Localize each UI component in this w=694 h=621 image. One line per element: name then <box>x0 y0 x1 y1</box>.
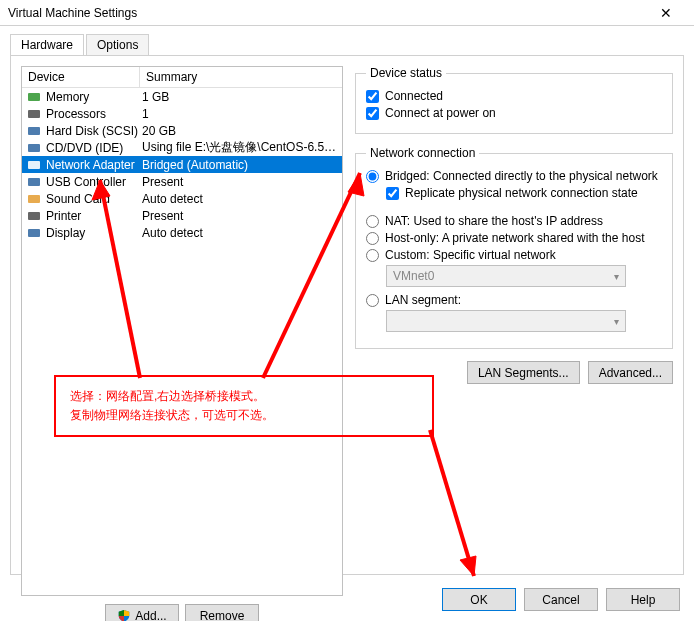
left-pane: Device Summary Memory1 GBProcessors1Hard… <box>21 66 343 564</box>
usb-icon <box>26 175 42 189</box>
connect-at-poweron-input[interactable] <box>366 107 379 120</box>
svg-rect-1 <box>28 110 40 118</box>
svg-rect-6 <box>28 195 40 203</box>
close-icon[interactable]: ✕ <box>646 5 686 21</box>
device-row-cpu[interactable]: Processors1 <box>22 105 342 122</box>
svg-rect-8 <box>28 229 40 237</box>
ok-button[interactable]: OK <box>442 588 516 611</box>
dialog-buttons: OK Cancel Help <box>442 588 680 611</box>
cd-icon <box>26 141 42 155</box>
device-name: Display <box>46 226 142 240</box>
device-name: CD/DVD (IDE) <box>46 141 142 155</box>
device-name: Printer <box>46 209 142 223</box>
lan-segment-dropdown: ▾ <box>386 310 626 332</box>
titlebar: Virtual Machine Settings ✕ <box>0 0 694 26</box>
device-name: Processors <box>46 107 142 121</box>
net-icon <box>26 158 42 172</box>
tab-strip: Hardware Options <box>10 34 684 55</box>
svg-rect-3 <box>28 144 40 152</box>
sound-icon <box>26 192 42 206</box>
device-status-group: Device status Connected Connect at power… <box>355 66 673 134</box>
device-row-net[interactable]: Network AdapterBridged (Automatic) <box>22 156 342 173</box>
device-name: USB Controller <box>46 175 142 189</box>
device-name: Sound Card <box>46 192 142 206</box>
device-name: Hard Disk (SCSI) <box>46 124 142 138</box>
header-summary[interactable]: Summary <box>140 67 342 87</box>
tab-panel: Device Summary Memory1 GBProcessors1Hard… <box>10 55 684 575</box>
replicate-checkbox-input[interactable] <box>386 187 399 200</box>
device-row-printer[interactable]: PrinterPresent <box>22 207 342 224</box>
device-summary: Present <box>142 209 338 223</box>
header-device[interactable]: Device <box>22 67 140 87</box>
device-status-legend: Device status <box>366 66 446 80</box>
device-summary: 1 <box>142 107 338 121</box>
custom-radio-input[interactable] <box>366 249 379 262</box>
tab-options[interactable]: Options <box>86 34 149 55</box>
svg-rect-4 <box>28 161 40 169</box>
display-icon <box>26 226 42 240</box>
hdd-icon <box>26 124 42 138</box>
svg-rect-7 <box>28 212 40 220</box>
device-summary: Using file E:\光盘镜像\CentOS-6.5-... <box>142 139 338 156</box>
lan-segment-radio-input[interactable] <box>366 294 379 307</box>
uac-shield-icon <box>117 609 131 622</box>
tab-hardware[interactable]: Hardware <box>10 34 84 55</box>
device-row-display[interactable]: DisplayAuto detect <box>22 224 342 241</box>
connected-checkbox-input[interactable] <box>366 90 379 103</box>
cpu-icon <box>26 107 42 121</box>
chevron-down-icon: ▾ <box>614 271 619 282</box>
bridged-radio-input[interactable] <box>366 170 379 183</box>
device-list: Device Summary Memory1 GBProcessors1Hard… <box>21 66 343 596</box>
device-row-memory[interactable]: Memory1 GB <box>22 88 342 105</box>
connect-at-poweron-checkbox[interactable]: Connect at power on <box>366 106 662 120</box>
device-name: Memory <box>46 90 142 104</box>
advanced-button[interactable]: Advanced... <box>588 361 673 384</box>
device-summary: Auto detect <box>142 192 338 206</box>
window-title: Virtual Machine Settings <box>8 6 137 20</box>
add-button-label: Add... <box>135 609 166 622</box>
bridged-radio[interactable]: Bridged: Connected directly to the physi… <box>366 169 662 183</box>
vmnet-dropdown: VMnet0 ▾ <box>386 265 626 287</box>
right-pane: Device status Connected Connect at power… <box>355 66 673 564</box>
device-summary: 1 GB <box>142 90 338 104</box>
hostonly-radio-input[interactable] <box>366 232 379 245</box>
chevron-down-icon: ▾ <box>614 316 619 327</box>
nat-radio[interactable]: NAT: Used to share the host's IP address <box>366 214 662 228</box>
device-summary: Bridged (Automatic) <box>142 158 338 172</box>
device-row-cd[interactable]: CD/DVD (IDE)Using file E:\光盘镜像\CentOS-6.… <box>22 139 342 156</box>
nat-radio-input[interactable] <box>366 215 379 228</box>
printer-icon <box>26 209 42 223</box>
custom-radio[interactable]: Custom: Specific virtual network <box>366 248 662 262</box>
svg-rect-5 <box>28 178 40 186</box>
lan-segment-radio[interactable]: LAN segment: <box>366 293 662 307</box>
device-name: Network Adapter <box>46 158 142 172</box>
hostonly-radio[interactable]: Host-only: A private network shared with… <box>366 231 662 245</box>
connected-checkbox[interactable]: Connected <box>366 89 662 103</box>
device-row-usb[interactable]: USB ControllerPresent <box>22 173 342 190</box>
svg-rect-0 <box>28 93 40 101</box>
device-summary: Present <box>142 175 338 189</box>
network-connection-legend: Network connection <box>366 146 479 160</box>
help-button[interactable]: Help <box>606 588 680 611</box>
device-list-header: Device Summary <box>22 67 342 88</box>
replicate-checkbox[interactable]: Replicate physical network connection st… <box>386 186 662 200</box>
remove-button[interactable]: Remove <box>185 604 259 621</box>
lan-segments-button[interactable]: LAN Segments... <box>467 361 580 384</box>
device-row-sound[interactable]: Sound CardAuto detect <box>22 190 342 207</box>
network-connection-group: Network connection Bridged: Connected di… <box>355 146 673 349</box>
memory-icon <box>26 90 42 104</box>
add-button[interactable]: Add... <box>105 604 179 621</box>
device-summary: Auto detect <box>142 226 338 240</box>
cancel-button[interactable]: Cancel <box>524 588 598 611</box>
svg-rect-2 <box>28 127 40 135</box>
device-summary: 20 GB <box>142 124 338 138</box>
device-row-hdd[interactable]: Hard Disk (SCSI)20 GB <box>22 122 342 139</box>
